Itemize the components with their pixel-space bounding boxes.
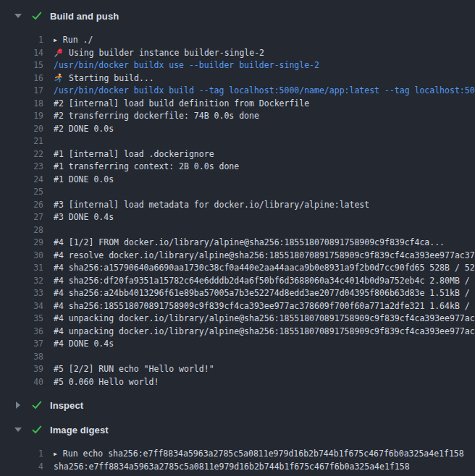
- log-text: Run ./: [63, 34, 93, 47]
- check-icon: [31, 399, 43, 411]
- line-number[interactable]: 26: [0, 199, 43, 212]
- disclosure-triangle-icon[interactable]: [13, 428, 23, 432]
- log-text: #4 unpacking docker.io/library/alpine@sh…: [54, 326, 475, 339]
- step-header-image-digest[interactable]: Image digest: [0, 417, 475, 442]
- log-line-content: #3 DONE 0.4s: [54, 211, 114, 224]
- log-line-content: #4 sha256:df20fa9351a15782c64e6dddb2d4a6…: [54, 275, 475, 288]
- log-line-content: sha256:e7ff8834a5963a2785c5a0811e979d16b…: [54, 461, 410, 474]
- log-line-content: #4 sha256:185518070891758909c9f839cf4ca3…: [54, 300, 475, 313]
- step-header-build-and-push[interactable]: Build and push: [0, 4, 475, 28]
- log-line: 31 #4 sha256:a15790640a6690aa1730c38cf0a…: [0, 262, 475, 275]
- group-expand-arrow-icon[interactable]: ▶: [54, 34, 57, 47]
- line-number[interactable]: 15: [0, 59, 43, 72]
- log-line-content: #1 DONE 0.0s: [54, 174, 114, 187]
- log-line: 34 #4 sha256:185518070891758909c9f839cf4…: [0, 300, 475, 313]
- log-line-content: #3 [internal] load metadata for docker.i…: [54, 199, 369, 212]
- log-text: #3 [internal] load metadata for docker.i…: [54, 199, 369, 212]
- log-line-content: #5 0.060 Hello world!: [54, 376, 159, 389]
- log-line: 36 #4 unpacking docker.io/library/alpine…: [0, 326, 475, 339]
- line-icon-slot: [54, 73, 64, 83]
- log-text: #3 DONE 0.4s: [54, 211, 114, 224]
- log-line-content: #4 unpacking docker.io/library/alpine@sh…: [54, 313, 475, 326]
- runner-icon: [54, 73, 64, 83]
- log-line-content: #2 [internal] load build definition from…: [54, 98, 309, 111]
- line-number[interactable]: 1: [0, 34, 43, 47]
- log-line: 28: [0, 224, 475, 237]
- line-number[interactable]: 1: [0, 448, 43, 461]
- line-number[interactable]: 21: [0, 135, 43, 148]
- log-line: 37 #4 DONE 0.4s: [0, 338, 475, 351]
- line-number[interactable]: 33: [0, 287, 43, 300]
- log-line-content: #4 unpacking docker.io/library/alpine@sh…: [54, 326, 475, 339]
- log-text: #4 unpacking docker.io/library/alpine@sh…: [54, 313, 475, 326]
- log-line-content: #4 DONE 0.4s: [54, 338, 114, 351]
- log-line-content: #4 sha256:a15790640a6690aa1730c38cf0a440…: [54, 262, 475, 275]
- line-number[interactable]: 39: [0, 363, 43, 376]
- step-section-inspect: Inspect: [0, 393, 475, 417]
- log-line-content: #5 [2/2] RUN echo "Hello world!": [54, 363, 214, 376]
- log-line: 40 #5 0.060 Hello world!: [0, 376, 475, 389]
- line-number[interactable]: 23: [0, 161, 43, 174]
- line-number[interactable]: 32: [0, 275, 43, 288]
- log-line: 30 #4 resolve docker.io/library/alpine@s…: [0, 250, 475, 263]
- log-line: 23 #1 transferring context: 2B 0.0s done: [0, 161, 475, 174]
- line-number[interactable]: 20: [0, 123, 43, 136]
- log-line-content: Using builder instance builder-single-2: [54, 47, 264, 60]
- log-line: 35 #4 unpacking docker.io/library/alpine…: [0, 313, 475, 326]
- log-text: Starting build...: [69, 72, 154, 85]
- line-number[interactable]: 34: [0, 300, 43, 313]
- line-number[interactable]: 24: [0, 174, 43, 187]
- log-line: 15 /usr/bin/docker buildx use --builder …: [0, 59, 475, 72]
- log-line-content: #2 DONE 0.0s: [54, 123, 114, 136]
- line-number[interactable]: 29: [0, 237, 43, 250]
- line-number[interactable]: 22: [0, 148, 43, 161]
- line-number[interactable]: 36: [0, 326, 43, 339]
- log-line: 4 sha256:e7ff8834a5963a2785c5a0811e979d1…: [0, 461, 475, 474]
- log-line: 20 #2 DONE 0.0s: [0, 123, 475, 136]
- step-section-build-and-push: Build and push 1 ▶Run ./ 14 Using builde…: [0, 4, 475, 393]
- log-line: 26 #3 [internal] load metadata for docke…: [0, 199, 475, 212]
- line-number[interactable]: 18: [0, 98, 43, 111]
- step-section-image-digest: Image digest 1 ▶Run echo sha256:e7ff8834…: [0, 417, 475, 476]
- log-line: 21: [0, 135, 475, 148]
- line-number[interactable]: 16: [0, 72, 43, 85]
- line-number[interactable]: 35: [0, 313, 43, 326]
- check-icon: [31, 424, 43, 435]
- log-line: 19 #2 transferring dockerfile: 74B 0.0s …: [0, 110, 475, 123]
- log-text: #4 DONE 0.4s: [54, 338, 114, 351]
- line-number[interactable]: 31: [0, 262, 43, 275]
- log-text: #1 DONE 0.0s: [54, 174, 114, 187]
- line-number[interactable]: 37: [0, 338, 43, 351]
- line-number[interactable]: 40: [0, 376, 43, 389]
- line-number[interactable]: 27: [0, 211, 43, 224]
- line-number[interactable]: 19: [0, 110, 43, 123]
- log-line-content: #1 [internal] load .dockerignore: [54, 148, 214, 161]
- log-line-content: #4 [1/2] FROM docker.io/library/alpine@s…: [54, 237, 445, 250]
- log-line-content: #4 resolve docker.io/library/alpine@sha2…: [54, 250, 475, 263]
- disclosure-triangle-icon[interactable]: [13, 14, 23, 18]
- log-text: #2 [internal] load build definition from…: [54, 98, 309, 111]
- actions-log-viewer: Build and push 1 ▶Run ./ 14 Using builde…: [0, 4, 475, 476]
- line-number[interactable]: 38: [0, 351, 43, 364]
- step-status-check: [31, 10, 43, 22]
- log-text: #5 [2/2] RUN echo "Hello world!": [54, 363, 214, 376]
- log-line: 25: [0, 186, 475, 199]
- line-number[interactable]: 25: [0, 186, 43, 199]
- group-expand-arrow-icon[interactable]: ▶: [54, 448, 57, 461]
- log-text: #1 [internal] load .dockerignore: [54, 148, 214, 161]
- line-number[interactable]: 28: [0, 224, 43, 237]
- log-line: 29 #4 [1/2] FROM docker.io/library/alpin…: [0, 237, 475, 250]
- line-number[interactable]: 30: [0, 250, 43, 263]
- log-text: Run echo sha256:e7ff8834a5963a2785c5a081…: [63, 448, 464, 461]
- line-number[interactable]: 17: [0, 85, 43, 98]
- step-header-inspect[interactable]: Inspect: [0, 393, 475, 417]
- log-line: 17 /usr/bin/docker buildx build --tag lo…: [0, 85, 475, 98]
- log-line: 39 #5 [2/2] RUN echo "Hello world!": [0, 363, 475, 376]
- line-number[interactable]: 14: [0, 47, 43, 60]
- log-line: 16 Starting build...: [0, 72, 475, 85]
- log-line: 1 ▶Run echo sha256:e7ff8834a5963a2785c5a…: [0, 448, 475, 461]
- line-number[interactable]: 4: [0, 461, 43, 474]
- log-line-content: /usr/bin/docker buildx use --builder bui…: [54, 59, 319, 72]
- disclosure-triangle-icon[interactable]: [13, 401, 23, 409]
- log-text: #4 sha256:185518070891758909c9f839cf4ca3…: [54, 300, 475, 313]
